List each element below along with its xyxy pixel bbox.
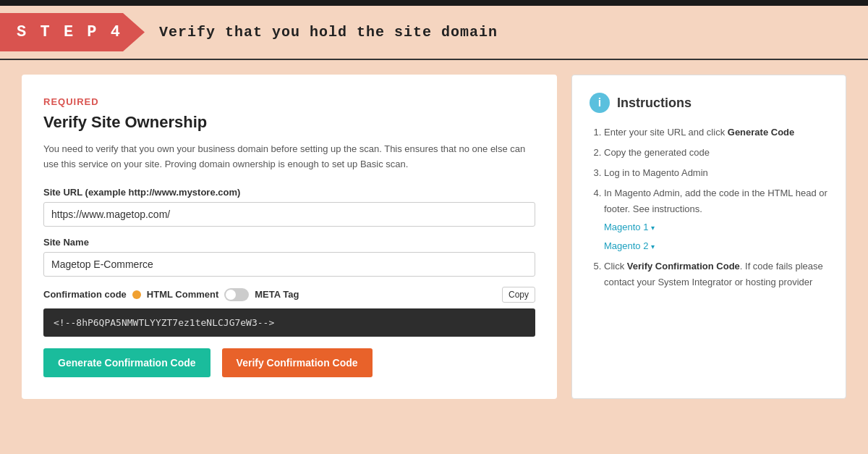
chevron-down-icon: ▾ [651, 224, 655, 232]
button-row: Generate Confirmation Code Verify Confir… [43, 348, 535, 377]
top-bar [0, 0, 868, 6]
step-badge: S T E P 4 [0, 13, 145, 51]
panel-description: You need to verify that you own your bus… [43, 142, 535, 172]
confirmation-code-box: <!--8hP6QPA5NMWTLYYZT7ez1teNLCJG7eW3--> [43, 308, 535, 337]
html-meta-toggle[interactable] [224, 288, 249, 301]
magento1-link[interactable]: Magento 1 ▾ [604, 219, 828, 235]
instruction-step-2: Copy the generated code [604, 145, 828, 161]
verify-code-bold: Verify Confirmation Code [627, 261, 740, 272]
left-panel: REQUIRED Verify Site Ownership You need … [22, 75, 557, 399]
site-url-input[interactable] [43, 202, 535, 227]
step4-text: In Magento Admin, add the code in the HT… [604, 188, 827, 214]
generate-confirmation-button[interactable]: Generate Confirmation Code [43, 348, 210, 377]
site-name-label: Site Name [43, 237, 535, 248]
info-icon: i [590, 93, 610, 113]
confirmation-code-label: Confirmation code [43, 289, 127, 300]
instruction-step-4: In Magento Admin, add the code in the HT… [604, 185, 828, 253]
confirmation-row: Confirmation code HTML Comment META Tag … [43, 287, 535, 303]
html-comment-label: HTML Comment [147, 289, 218, 300]
panel-title: Verify Site Ownership [43, 113, 535, 132]
instruction-step-5: Click Verify Confirmation Code. If code … [604, 258, 828, 290]
generate-code-bold: Generate Code [728, 127, 794, 138]
step2-text: Copy the generated code [604, 147, 710, 158]
header-row: S T E P 4 Verify that you hold the site … [0, 6, 868, 60]
header-area: S T E P 4 Verify that you hold the site … [0, 6, 868, 60]
verify-confirmation-button[interactable]: Verify Confirmation Code [222, 348, 373, 377]
site-url-label: Site URL (example http://www.mystore.com… [43, 187, 535, 198]
orange-dot-icon [132, 290, 141, 299]
main-content: REQUIRED Verify Site Ownership You need … [0, 60, 868, 413]
step-title: Verify that you hold the site domain [159, 24, 498, 41]
required-label: REQUIRED [43, 96, 535, 107]
instructions-list: Enter your site URL and click Generate C… [590, 125, 828, 290]
copy-button[interactable]: Copy [502, 287, 535, 303]
site-name-input[interactable] [43, 252, 535, 277]
instruction-step-3: Log in to Magento Admin [604, 165, 828, 181]
chevron-down-icon-2: ▾ [651, 243, 655, 251]
step3-text: Log in to Magento Admin [604, 167, 708, 178]
instructions-title: Instructions [617, 96, 692, 111]
magento2-link[interactable]: Magento 2 ▾ [604, 238, 828, 254]
right-panel: i Instructions Enter your site URL and c… [571, 75, 846, 399]
instruction-step-1: Enter your site URL and click Generate C… [604, 125, 828, 140]
instructions-header: i Instructions [590, 93, 828, 113]
meta-tag-label: META Tag [255, 289, 299, 300]
